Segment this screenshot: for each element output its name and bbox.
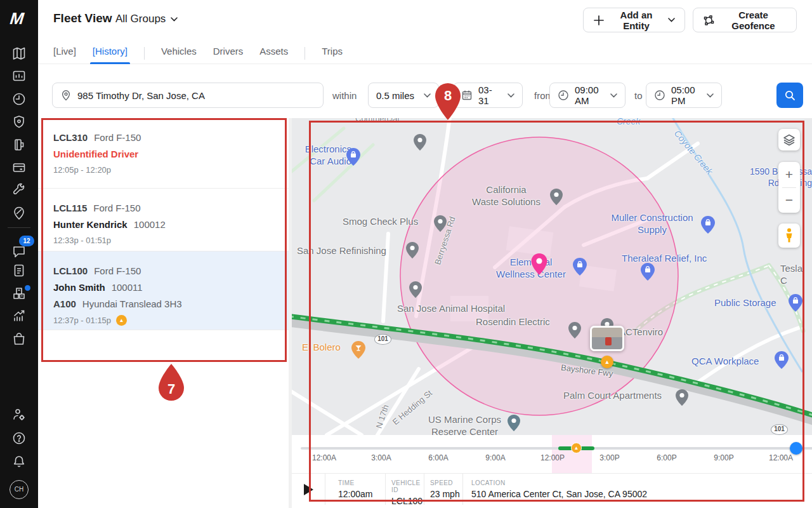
location-value: 510 America Center Ct, San Jose, CA 9500… [471, 489, 812, 499]
map-pin-shopping[interactable] [700, 215, 716, 234]
list-item-selected[interactable]: LCL100Ford F-150 John Smith100011 A100Hy… [38, 251, 289, 330]
map-pin-shopping[interactable] [346, 147, 361, 166]
dashcam-truck [605, 337, 612, 345]
radius-select[interactable]: 0.5 miles [368, 83, 439, 108]
map-pin-shopping[interactable] [788, 293, 803, 312]
clock-icon [558, 90, 569, 101]
trend-chart-icon[interactable] [11, 309, 27, 324]
date-value: 03-31 [478, 84, 502, 106]
trip-time-range: 12:37p - 01:15p [53, 316, 111, 325]
map-pin-restaurant[interactable] [351, 340, 366, 359]
map-pin-shopping[interactable] [774, 351, 789, 370]
playback-timeline[interactable]: ▲ 12:00A 3:00A 6:00A 9:00A 12:00P 3:00P … [292, 435, 812, 473]
map-pin-shopping[interactable] [640, 262, 655, 281]
timeline-tick: 9:00P [705, 453, 743, 462]
map-pin-slate[interactable] [507, 414, 521, 432]
tab-trips[interactable]: Trips [322, 43, 343, 64]
help-icon[interactable] [11, 431, 27, 446]
driver-name-alert: Unidentified Driver [53, 149, 138, 159]
timeline-event-marker[interactable]: ▲ [571, 443, 582, 453]
tab-vehicles[interactable]: Vehicles [161, 43, 197, 64]
address-search-box[interactable] [52, 83, 324, 108]
asset-id: A100 [53, 298, 76, 309]
add-entity-button[interactable]: Add an Entity [583, 8, 685, 32]
within-label: within [332, 90, 357, 101]
group-selector-label: All Groups [115, 13, 166, 25]
tab-bar: [Live] [History] Vehicles Drivers Assets… [38, 43, 812, 64]
speed-label: SPEED [430, 479, 462, 486]
tab-live[interactable]: [Live] [53, 43, 76, 64]
map-pin-gray[interactable] [405, 241, 419, 259]
page-title: Fleet View [53, 11, 112, 25]
list-item[interactable]: LCL115Ford F-150 Hunter Kendrick100012 1… [38, 189, 289, 251]
admin-user-icon[interactable] [11, 407, 27, 422]
create-geofence-button[interactable]: Create Geofence [693, 8, 797, 32]
zoom-in-button[interactable]: + [778, 162, 800, 187]
bell-icon[interactable] [11, 454, 27, 469]
time-value: 12:00am [338, 489, 385, 499]
timeline-tick: 12:00P [534, 453, 572, 462]
map-layers-button[interactable] [778, 129, 800, 150]
trip-time-range: 12:05p - 12:20p [53, 165, 289, 175]
search-button[interactable] [776, 83, 803, 108]
vehicle-event-marker[interactable]: ▲ [601, 356, 613, 368]
bag-icon[interactable] [11, 331, 27, 347]
tab-drivers[interactable]: Drivers [213, 43, 244, 64]
speed-value: 23 mph [430, 489, 462, 499]
wrench-icon[interactable] [11, 183, 27, 198]
timeline-track[interactable] [301, 447, 812, 450]
end-time-select[interactable]: 05:00 PM [646, 83, 722, 108]
time-label: TIME [338, 479, 385, 486]
eld-device-icon[interactable] [11, 137, 27, 152]
map-pin-gray[interactable] [433, 215, 447, 232]
to-label: to [634, 90, 643, 101]
end-time-value: 05:00 PM [671, 84, 701, 106]
searched-address-pin[interactable] [530, 253, 548, 276]
timeline-tick: 9:00A [476, 453, 514, 462]
tab-assets[interactable]: Assets [259, 43, 288, 64]
vehicle-id-value: LCL100 [391, 496, 424, 506]
map-pin-shopping[interactable] [572, 257, 587, 276]
zoom-out-button[interactable]: − [778, 187, 800, 213]
clock-icon [654, 90, 665, 101]
timeline-tick: 6:00P [648, 453, 686, 462]
timeline-tick: 12:00A [762, 453, 800, 462]
motive-logo[interactable]: M [9, 9, 25, 29]
list-item[interactable]: LCL310Ford F-150 Unidentified Driver 12:… [38, 118, 289, 189]
annotation-marker-7: 7 [155, 363, 188, 405]
map-canvas[interactable]: Commercial Electronics Car Audio Califor… [292, 118, 812, 435]
map-pin-gray[interactable] [409, 281, 422, 298]
dashcam-thumbnail[interactable] [590, 326, 624, 351]
speed-cell: SPEED 23 mph [424, 474, 462, 505]
timeline-scrubber[interactable] [790, 442, 802, 455]
clock-icon[interactable] [11, 91, 27, 107]
dashboard-icon[interactable] [11, 69, 27, 84]
timeline-tick: 3:00P [591, 453, 629, 462]
play-button[interactable] [304, 484, 313, 495]
start-time-value: 09:00 AM [575, 84, 605, 106]
shield-icon[interactable] [11, 114, 27, 130]
avatar[interactable]: CH [10, 480, 29, 499]
card-icon[interactable] [11, 160, 27, 175]
group-selector[interactable]: All Groups [115, 13, 178, 25]
vehicle-id: LCL100 [53, 265, 88, 276]
document-icon[interactable] [11, 263, 27, 278]
address-input[interactable] [77, 90, 315, 101]
map-pin-gray[interactable] [413, 133, 427, 151]
tab-history[interactable]: [History] [93, 43, 128, 64]
street-view-pegman-button[interactable] [778, 224, 800, 248]
map-pin-gray[interactable] [675, 389, 689, 406]
driver-id: 100011 [112, 282, 143, 293]
safety-pin-icon[interactable] [11, 206, 27, 221]
map-pin-gray[interactable] [568, 321, 582, 339]
map-icon[interactable] [11, 46, 27, 61]
start-time-select[interactable]: 09:00 AM [549, 83, 625, 108]
chevron-down-icon [508, 93, 514, 98]
vehicle-id-label: VEHICLE ID [391, 479, 424, 493]
chevron-down-icon [171, 17, 178, 22]
date-select[interactable]: 03-31 [453, 83, 523, 108]
map-zoom-control: + − [778, 162, 800, 213]
search-icon [784, 90, 796, 101]
layers-icon [783, 133, 796, 146]
map-pin-gray[interactable] [549, 188, 563, 206]
